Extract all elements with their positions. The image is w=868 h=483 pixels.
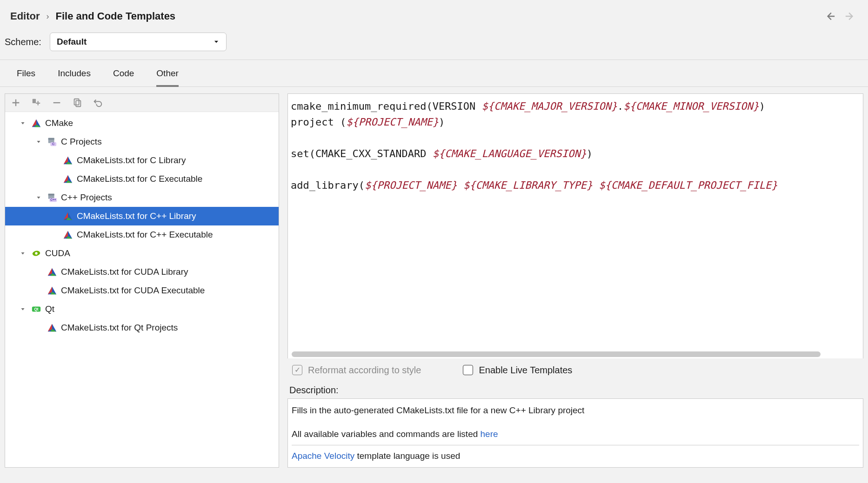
template-editor-panel: cmake_minimum_required(VERSION ${CMAKE_M…	[287, 93, 863, 468]
scheme-select[interactable]: Default	[50, 33, 227, 51]
chevron-down-icon[interactable]	[18, 306, 27, 312]
svg-rect-7	[48, 138, 54, 140]
tree-item-label: CMakeLists.txt for C Library	[77, 155, 186, 165]
scheme-label: Scheme:	[5, 37, 41, 47]
template-list-panel: CMakeCC ProjectsCMakeLists.txt for C Lib…	[5, 93, 279, 468]
qt-icon: Qt	[31, 304, 41, 314]
tree-item-label: CMakeLists.txt for C++ Executable	[77, 230, 213, 240]
cmake-icon	[63, 155, 73, 165]
tree-item-label: CUDA	[45, 248, 70, 258]
chevron-down-icon[interactable]	[34, 139, 43, 145]
description-area: Fills in the auto-generated CMakeLists.t…	[287, 398, 863, 468]
tab-other[interactable]: Other	[156, 68, 179, 87]
live-templates-checkbox[interactable]: Enable Live Templates	[463, 365, 572, 376]
tree-item-label: Qt	[45, 304, 54, 314]
tree-item-cuda-exe[interactable]: CMakeLists.txt for CUDA Executable	[5, 281, 279, 300]
velocity-link[interactable]: Apache Velocity	[292, 451, 354, 461]
live-templates-label: Enable Live Templates	[479, 365, 572, 376]
cmake-icon	[31, 118, 41, 128]
svg-rect-2	[76, 100, 80, 106]
tree-item-cuda-lib[interactable]: CMakeLists.txt for CUDA Library	[5, 263, 279, 281]
checkbox-icon	[463, 365, 473, 375]
cmake-icon	[47, 323, 57, 333]
breadcrumb: Editor › File and Code Templates	[10, 10, 175, 22]
tree-item-cpp-lib[interactable]: CMakeLists.txt for C++ Library	[5, 207, 279, 225]
add-template-button[interactable]	[11, 98, 21, 108]
editor-hscrollbar[interactable]	[287, 350, 863, 358]
tree-item-label: CMakeLists.txt for Qt Projects	[61, 323, 178, 333]
chevron-down-icon[interactable]	[18, 120, 27, 126]
tree-item-label: CMakeLists.txt for CUDA Executable	[61, 285, 205, 296]
svg-rect-17	[48, 194, 54, 196]
page-title: File and Code Templates	[56, 10, 176, 22]
tree-item-c-exe[interactable]: CMakeLists.txt for C Executable	[5, 170, 279, 188]
tree-item-c-lib[interactable]: CMakeLists.txt for C Library	[5, 151, 279, 170]
tree-item-label: C++ Projects	[61, 192, 112, 203]
cmake-icon	[63, 230, 73, 240]
cmake-icon	[47, 267, 57, 277]
description-text: Fills in the auto-generated CMakeLists.t…	[292, 404, 859, 417]
copy-template-button[interactable]	[72, 98, 82, 108]
cmake-icon	[47, 285, 57, 296]
nav-forward-icon	[845, 11, 855, 21]
cuda-icon	[31, 248, 41, 258]
add-child-template-button[interactable]	[31, 98, 41, 108]
template-tree[interactable]: CMakeCC ProjectsCMakeLists.txt for C Lib…	[5, 112, 279, 467]
template-code-editor[interactable]: cmake_minimum_required(VERSION ${CMAKE_M…	[287, 93, 863, 350]
tab-files[interactable]: Files	[17, 68, 35, 86]
svg-text:C++: C++	[50, 198, 56, 201]
tree-item-cmake[interactable]: CMake	[5, 114, 279, 132]
breadcrumb-separator-icon: ›	[47, 12, 49, 21]
description-velocity-line: Apache Velocity template language is use…	[292, 445, 859, 463]
description-variables-line: All available variables and commands are…	[292, 427, 859, 445]
tree-item-cpp-exe[interactable]: CMakeLists.txt for C++ Executable	[5, 225, 279, 244]
tree-item-label: CMakeLists.txt for C Executable	[77, 174, 202, 184]
tab-code[interactable]: Code	[113, 68, 134, 86]
template-toolbar	[5, 94, 279, 112]
tab-includes[interactable]: Includes	[58, 68, 91, 86]
tabs: FilesIncludesCodeOther	[0, 60, 868, 87]
reformat-label: Reformat according to style	[308, 365, 421, 376]
folder-cpp-icon: C++	[47, 192, 57, 203]
scheme-value: Default	[57, 37, 87, 47]
tree-item-cuda[interactable]: CUDA	[5, 244, 279, 263]
tree-item-label: CMakeLists.txt for C++ Library	[77, 211, 196, 221]
svg-rect-1	[74, 99, 79, 105]
tree-item-cproj[interactable]: CC Projects	[5, 132, 279, 151]
svg-text:C: C	[52, 142, 55, 146]
cmake-icon	[63, 174, 73, 184]
tree-item-label: CMake	[45, 118, 73, 128]
tree-item-label: CMakeLists.txt for CUDA Library	[61, 267, 188, 277]
cmake-icon	[63, 211, 73, 221]
reformat-checkbox: Reformat according to style	[292, 365, 421, 376]
svg-rect-0	[33, 99, 36, 103]
svg-text:Qt: Qt	[34, 307, 38, 311]
remove-template-button[interactable]	[52, 98, 62, 108]
tree-item-label: C Projects	[61, 137, 102, 147]
chevron-down-icon[interactable]	[18, 251, 27, 256]
tree-item-qt[interactable]: QtQt	[5, 300, 279, 318]
chevron-down-icon[interactable]	[34, 195, 43, 200]
variables-help-link[interactable]: here	[481, 429, 498, 439]
chevron-down-icon	[213, 39, 220, 45]
revert-template-button[interactable]	[93, 98, 103, 108]
checkbox-icon	[292, 365, 302, 375]
description-label: Description:	[287, 382, 863, 398]
nav-back-icon[interactable]	[825, 11, 835, 21]
folder-c-icon: C	[47, 137, 57, 147]
tree-item-cppproj[interactable]: C++C++ Projects	[5, 188, 279, 207]
breadcrumb-root[interactable]: Editor	[10, 10, 40, 22]
svg-point-26	[35, 252, 38, 255]
tree-item-qt-proj[interactable]: CMakeLists.txt for Qt Projects	[5, 318, 279, 337]
